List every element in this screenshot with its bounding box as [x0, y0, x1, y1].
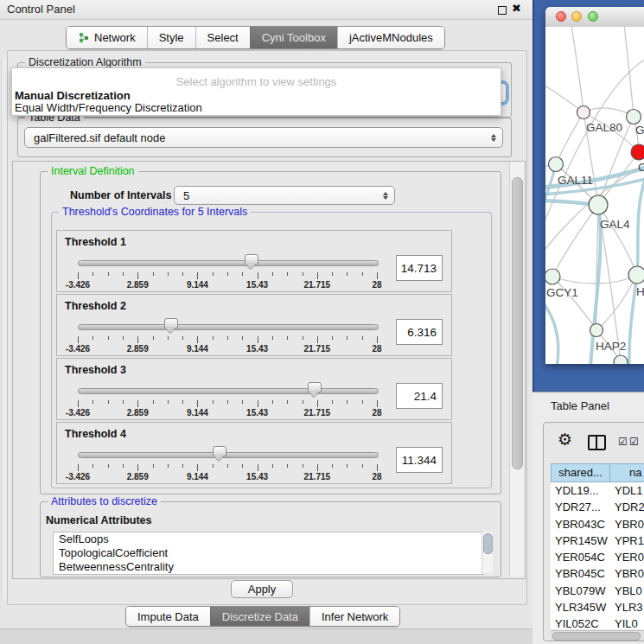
table-row[interactable]: YPR145WYPR1 — [551, 532, 644, 549]
network-node-h[interactable] — [628, 266, 644, 284]
table-row[interactable]: YIL052CYIL0 — [551, 615, 644, 629]
table-cell: YDL19... — [551, 482, 610, 499]
threshold-value-field[interactable]: 11.344 — [396, 447, 443, 473]
checkbox-icon[interactable]: ☑ — [629, 437, 639, 447]
apply-button[interactable]: Apply — [231, 580, 293, 598]
network-graph: GAL80GAL11GAL4GCY1HHAP2GAC — [545, 27, 644, 364]
control-panel-window: Control Panel ✖ NetworkStyleSelectCyni T… — [0, 0, 533, 644]
network-node[interactable] — [627, 110, 641, 124]
table-cell: YBR045C — [551, 565, 610, 582]
slider-track[interactable] — [78, 452, 379, 458]
slider-track[interactable] — [78, 324, 379, 330]
network-edge — [545, 84, 583, 112]
slider-track[interactable] — [78, 388, 379, 394]
close-light-icon[interactable] — [556, 11, 566, 22]
slider-tick — [258, 464, 258, 471]
slider-thumb[interactable] — [213, 446, 226, 456]
tab-select[interactable]: Select — [195, 27, 250, 48]
tab-jactivemnodules[interactable]: jActiveMNodules — [337, 27, 444, 48]
table-row[interactable]: YBR043CYBR0 — [551, 516, 644, 532]
numerical-attributes-list[interactable]: SelfLoopsTopologicalCoefficientBetweenne… — [53, 532, 483, 575]
vertical-scrollbar[interactable] — [509, 162, 525, 577]
tab-discretize-data[interactable]: Discretize Data — [210, 607, 309, 626]
slider-tick — [123, 336, 124, 340]
tab-cyni-toolbox[interactable]: Cyni Toolbox — [250, 27, 337, 48]
table-data-combobox[interactable]: galFiltered.sif default node — [24, 127, 503, 148]
table-row[interactable]: YBR045CYBR0 — [551, 565, 644, 582]
attribute-list-item[interactable]: TopologicalCoefficient — [54, 546, 482, 560]
table-row[interactable]: YDL19...YDL1 — [551, 482, 644, 499]
slider-thumb[interactable] — [164, 318, 178, 328]
network-edge-thick — [545, 302, 558, 364]
network-node[interactable] — [614, 355, 628, 364]
dropdown-item-equal-width-frequency-discretization[interactable]: Equal Width/Frequency Discretization — [15, 101, 202, 114]
column-header-shared[interactable]: shared... — [551, 463, 610, 482]
network-canvas[interactable]: GAL80GAL11GAL4GCY1HHAP2GAC — [545, 27, 644, 364]
slider-tick — [303, 336, 303, 340]
network-node-gcy1[interactable] — [545, 269, 560, 284]
gear-icon[interactable]: ⚙ — [558, 430, 572, 449]
tab-network[interactable]: Network — [67, 27, 147, 48]
screen: Control Panel ✖ NetworkStyleSelectCyni T… — [0, 0, 644, 644]
slider-tick — [362, 400, 363, 404]
vertical-scrollbar-thumb[interactable] — [512, 177, 523, 469]
slider-thumb[interactable] — [245, 254, 258, 265]
axis-tick-label: 15.43 — [246, 344, 268, 354]
split-columns-icon[interactable] — [588, 435, 606, 450]
slider-tick — [153, 336, 154, 340]
checkbox-icon[interactable]: ☑ — [618, 437, 628, 447]
attribute-list-item[interactable]: BetweennessCentrality — [54, 560, 482, 574]
slider-tick — [287, 272, 288, 276]
slider-thumb[interactable] — [308, 382, 322, 392]
network-node-gal80[interactable] — [577, 106, 590, 119]
num-intervals-combobox[interactable]: 5 — [174, 186, 395, 205]
threshold-value-field[interactable]: 14.713 — [396, 255, 443, 281]
zoom-light-icon[interactable] — [588, 11, 598, 22]
tab-impute-data[interactable]: Impute Data — [126, 607, 210, 626]
slider-tick — [258, 400, 258, 407]
tab-infer-network[interactable]: Infer Network — [309, 607, 399, 626]
slider-track[interactable] — [78, 260, 379, 266]
table-row[interactable]: YLR345WYLR3 — [551, 599, 644, 615]
slider-tick — [213, 400, 214, 404]
slider-tick — [242, 272, 243, 276]
attributes-list-scrollbar[interactable] — [481, 532, 493, 573]
minimize-light-icon[interactable] — [571, 11, 582, 22]
table-panel: Table Panel ⚙ ☑ ☑ shared...na YDL19...YD… — [532, 392, 644, 644]
horizontal-scrollbar-thumb[interactable] — [552, 632, 641, 641]
dropdown-item-manual-discretization[interactable]: Manual Discretization — [15, 89, 131, 102]
threshold-value-field[interactable]: 21.4 — [396, 383, 443, 409]
slider-tick — [317, 272, 318, 279]
node-table-frame: ⚙ ☑ ☑ shared...na YDL19...YDL1YDR27...YD… — [543, 422, 644, 641]
attributes-scrollbar-thumb[interactable] — [483, 533, 493, 554]
tab-style[interactable]: Style — [147, 27, 195, 48]
network-edge — [552, 275, 637, 284]
network-node-hap2[interactable] — [590, 324, 603, 337]
attribute-list-item[interactable]: SelfLoops — [54, 532, 482, 546]
horizontal-scrollbar[interactable] — [551, 630, 644, 641]
close-icon[interactable]: ✖ — [512, 2, 521, 15]
slider-tick — [303, 400, 303, 404]
algorithm-group-title: Discretization Algorithm — [25, 56, 145, 68]
network-node-gal4[interactable] — [589, 195, 608, 214]
slider-tick — [332, 400, 333, 404]
slider-tick — [108, 272, 109, 276]
network-node-gal11[interactable] — [549, 157, 564, 172]
slider-tick — [108, 464, 109, 468]
node-label: GCY1 — [546, 286, 578, 299]
axis-tick-label: 15.43 — [246, 280, 268, 290]
table-row[interactable]: YBL079WYBL0 — [551, 583, 644, 599]
bottom-tab-bar: Impute DataDiscretize DataInfer Network — [125, 606, 400, 627]
threshold-value-field[interactable]: 6.316 — [396, 319, 443, 345]
float-window-icon[interactable] — [498, 6, 507, 15]
slider-tick — [287, 336, 288, 340]
table-cell: YLR345W — [551, 599, 610, 615]
column-header-na[interactable]: na — [610, 463, 644, 482]
table-row[interactable]: YDR27...YDR2 — [551, 499, 644, 515]
slider-tick — [332, 464, 333, 468]
axis-tick-label: -3.426 — [66, 408, 90, 418]
network-node[interactable] — [631, 144, 644, 160]
slider-tick — [168, 336, 169, 340]
num-intervals-value: 5 — [183, 189, 189, 202]
table-row[interactable]: YER054CYER0 — [551, 549, 644, 565]
